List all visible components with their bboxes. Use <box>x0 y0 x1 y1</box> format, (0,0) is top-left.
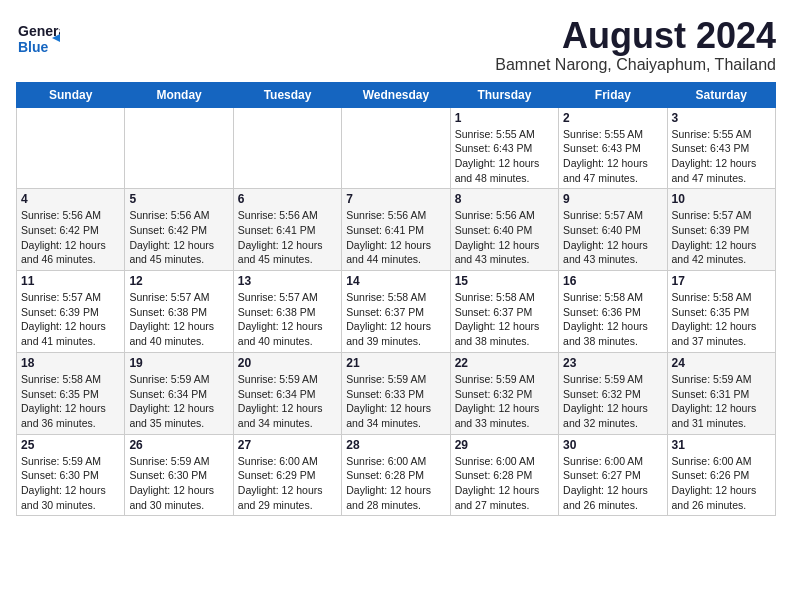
day-info: Sunrise: 5:58 AM Sunset: 6:37 PM Dayligh… <box>346 290 445 349</box>
day-number: 8 <box>455 192 554 206</box>
title-block: August 2024 Bamnet Narong, Chaiyaphum, T… <box>495 16 776 74</box>
day-number: 10 <box>672 192 771 206</box>
day-info: Sunrise: 5:59 AM Sunset: 6:32 PM Dayligh… <box>563 372 662 431</box>
calendar-cell: 21Sunrise: 5:59 AM Sunset: 6:33 PM Dayli… <box>342 352 450 434</box>
day-number: 1 <box>455 111 554 125</box>
weekday-header-monday: Monday <box>125 82 233 107</box>
calendar-cell: 10Sunrise: 5:57 AM Sunset: 6:39 PM Dayli… <box>667 189 775 271</box>
day-number: 22 <box>455 356 554 370</box>
day-info: Sunrise: 5:55 AM Sunset: 6:43 PM Dayligh… <box>455 127 554 186</box>
day-number: 21 <box>346 356 445 370</box>
day-number: 23 <box>563 356 662 370</box>
calendar-cell <box>17 107 125 189</box>
day-number: 17 <box>672 274 771 288</box>
day-info: Sunrise: 5:57 AM Sunset: 6:38 PM Dayligh… <box>129 290 228 349</box>
calendar-week-4: 18Sunrise: 5:58 AM Sunset: 6:35 PM Dayli… <box>17 352 776 434</box>
day-number: 31 <box>672 438 771 452</box>
day-number: 28 <box>346 438 445 452</box>
calendar-cell: 1Sunrise: 5:55 AM Sunset: 6:43 PM Daylig… <box>450 107 558 189</box>
calendar-week-5: 25Sunrise: 5:59 AM Sunset: 6:30 PM Dayli… <box>17 434 776 516</box>
calendar-cell <box>125 107 233 189</box>
day-number: 27 <box>238 438 337 452</box>
calendar-header: SundayMondayTuesdayWednesdayThursdayFrid… <box>17 82 776 107</box>
day-number: 19 <box>129 356 228 370</box>
day-number: 20 <box>238 356 337 370</box>
logo-icon: General Blue <box>16 16 60 60</box>
weekday-header-thursday: Thursday <box>450 82 558 107</box>
day-number: 16 <box>563 274 662 288</box>
day-number: 25 <box>21 438 120 452</box>
day-info: Sunrise: 5:56 AM Sunset: 6:42 PM Dayligh… <box>129 208 228 267</box>
calendar-cell: 5Sunrise: 5:56 AM Sunset: 6:42 PM Daylig… <box>125 189 233 271</box>
calendar-cell: 18Sunrise: 5:58 AM Sunset: 6:35 PM Dayli… <box>17 352 125 434</box>
calendar-cell: 26Sunrise: 5:59 AM Sunset: 6:30 PM Dayli… <box>125 434 233 516</box>
day-number: 26 <box>129 438 228 452</box>
calendar-title: August 2024 <box>495 16 776 56</box>
calendar-cell: 16Sunrise: 5:58 AM Sunset: 6:36 PM Dayli… <box>559 271 667 353</box>
day-info: Sunrise: 5:59 AM Sunset: 6:34 PM Dayligh… <box>238 372 337 431</box>
day-number: 2 <box>563 111 662 125</box>
day-info: Sunrise: 6:00 AM Sunset: 6:27 PM Dayligh… <box>563 454 662 513</box>
day-number: 30 <box>563 438 662 452</box>
day-info: Sunrise: 5:59 AM Sunset: 6:32 PM Dayligh… <box>455 372 554 431</box>
day-info: Sunrise: 5:59 AM Sunset: 6:30 PM Dayligh… <box>129 454 228 513</box>
day-number: 6 <box>238 192 337 206</box>
calendar-cell: 7Sunrise: 5:56 AM Sunset: 6:41 PM Daylig… <box>342 189 450 271</box>
weekday-header-sunday: Sunday <box>17 82 125 107</box>
calendar-cell: 29Sunrise: 6:00 AM Sunset: 6:28 PM Dayli… <box>450 434 558 516</box>
day-info: Sunrise: 6:00 AM Sunset: 6:28 PM Dayligh… <box>455 454 554 513</box>
day-number: 15 <box>455 274 554 288</box>
day-number: 13 <box>238 274 337 288</box>
day-info: Sunrise: 5:59 AM Sunset: 6:31 PM Dayligh… <box>672 372 771 431</box>
calendar-cell: 15Sunrise: 5:58 AM Sunset: 6:37 PM Dayli… <box>450 271 558 353</box>
day-info: Sunrise: 5:56 AM Sunset: 6:41 PM Dayligh… <box>238 208 337 267</box>
calendar-cell: 25Sunrise: 5:59 AM Sunset: 6:30 PM Dayli… <box>17 434 125 516</box>
svg-text:Blue: Blue <box>18 39 49 55</box>
day-info: Sunrise: 5:57 AM Sunset: 6:38 PM Dayligh… <box>238 290 337 349</box>
logo: General Blue <box>16 16 60 60</box>
calendar-week-2: 4Sunrise: 5:56 AM Sunset: 6:42 PM Daylig… <box>17 189 776 271</box>
calendar-subtitle: Bamnet Narong, Chaiyaphum, Thailand <box>495 56 776 74</box>
svg-text:General: General <box>18 23 60 39</box>
day-info: Sunrise: 5:58 AM Sunset: 6:35 PM Dayligh… <box>21 372 120 431</box>
day-info: Sunrise: 5:58 AM Sunset: 6:36 PM Dayligh… <box>563 290 662 349</box>
calendar-cell: 20Sunrise: 5:59 AM Sunset: 6:34 PM Dayli… <box>233 352 341 434</box>
calendar-cell: 4Sunrise: 5:56 AM Sunset: 6:42 PM Daylig… <box>17 189 125 271</box>
day-number: 11 <box>21 274 120 288</box>
page-header: General Blue August 2024 Bamnet Narong, … <box>16 16 776 74</box>
day-number: 3 <box>672 111 771 125</box>
calendar-cell <box>342 107 450 189</box>
day-info: Sunrise: 5:55 AM Sunset: 6:43 PM Dayligh… <box>672 127 771 186</box>
weekday-header-row: SundayMondayTuesdayWednesdayThursdayFrid… <box>17 82 776 107</box>
calendar-cell: 19Sunrise: 5:59 AM Sunset: 6:34 PM Dayli… <box>125 352 233 434</box>
day-info: Sunrise: 5:57 AM Sunset: 6:39 PM Dayligh… <box>21 290 120 349</box>
day-info: Sunrise: 5:56 AM Sunset: 6:41 PM Dayligh… <box>346 208 445 267</box>
day-info: Sunrise: 5:59 AM Sunset: 6:33 PM Dayligh… <box>346 372 445 431</box>
calendar-cell: 28Sunrise: 6:00 AM Sunset: 6:28 PM Dayli… <box>342 434 450 516</box>
day-number: 24 <box>672 356 771 370</box>
calendar-cell: 14Sunrise: 5:58 AM Sunset: 6:37 PM Dayli… <box>342 271 450 353</box>
calendar-cell: 17Sunrise: 5:58 AM Sunset: 6:35 PM Dayli… <box>667 271 775 353</box>
calendar-cell <box>233 107 341 189</box>
calendar-week-3: 11Sunrise: 5:57 AM Sunset: 6:39 PM Dayli… <box>17 271 776 353</box>
day-info: Sunrise: 5:59 AM Sunset: 6:34 PM Dayligh… <box>129 372 228 431</box>
calendar-body: 1Sunrise: 5:55 AM Sunset: 6:43 PM Daylig… <box>17 107 776 516</box>
day-info: Sunrise: 5:57 AM Sunset: 6:40 PM Dayligh… <box>563 208 662 267</box>
calendar-cell: 6Sunrise: 5:56 AM Sunset: 6:41 PM Daylig… <box>233 189 341 271</box>
day-info: Sunrise: 5:56 AM Sunset: 6:40 PM Dayligh… <box>455 208 554 267</box>
weekday-header-saturday: Saturday <box>667 82 775 107</box>
weekday-header-wednesday: Wednesday <box>342 82 450 107</box>
calendar-cell: 12Sunrise: 5:57 AM Sunset: 6:38 PM Dayli… <box>125 271 233 353</box>
calendar-table: SundayMondayTuesdayWednesdayThursdayFrid… <box>16 82 776 517</box>
day-info: Sunrise: 5:55 AM Sunset: 6:43 PM Dayligh… <box>563 127 662 186</box>
calendar-cell: 24Sunrise: 5:59 AM Sunset: 6:31 PM Dayli… <box>667 352 775 434</box>
day-info: Sunrise: 5:57 AM Sunset: 6:39 PM Dayligh… <box>672 208 771 267</box>
calendar-cell: 11Sunrise: 5:57 AM Sunset: 6:39 PM Dayli… <box>17 271 125 353</box>
day-number: 9 <box>563 192 662 206</box>
calendar-cell: 23Sunrise: 5:59 AM Sunset: 6:32 PM Dayli… <box>559 352 667 434</box>
day-number: 18 <box>21 356 120 370</box>
day-number: 14 <box>346 274 445 288</box>
day-info: Sunrise: 5:56 AM Sunset: 6:42 PM Dayligh… <box>21 208 120 267</box>
calendar-cell: 30Sunrise: 6:00 AM Sunset: 6:27 PM Dayli… <box>559 434 667 516</box>
day-number: 29 <box>455 438 554 452</box>
